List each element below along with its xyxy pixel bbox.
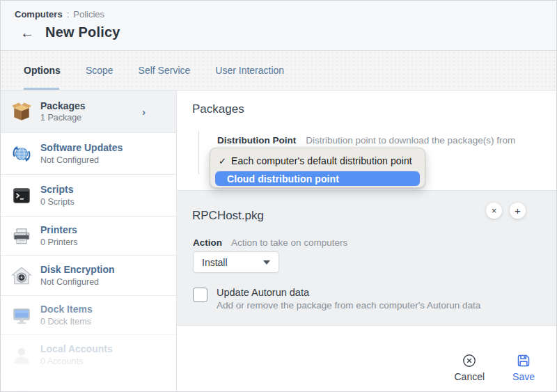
sidebar-item-local-accounts[interactable]: Local Accounts0 Accounts	[1, 335, 176, 375]
sidebar-item-label: Printers	[40, 224, 78, 235]
breadcrumb-separator: :	[67, 9, 70, 19]
sidebar-item-sublabel: Not Configured	[40, 277, 115, 287]
page-title: New Policy	[45, 24, 120, 40]
chevron-right-icon: ›	[142, 106, 146, 118]
sidebar-item-sublabel: 0 Dock Items	[40, 317, 93, 327]
sidebar-item-label: Dock Items	[40, 304, 93, 315]
package-box-icon	[11, 101, 32, 122]
action-select-value: Install	[202, 257, 228, 268]
distribution-point-dropdown-menu: ✓ Each computer's default distribution p…	[210, 148, 425, 188]
active-tab-underline	[24, 88, 59, 90]
distribution-point-label: Distribution Point	[217, 135, 296, 146]
sidebar-item-sublabel: Not Configured	[40, 155, 123, 165]
package-name: RPCHost.pkg	[192, 209, 264, 223]
chevron-down-icon	[263, 260, 270, 265]
sidebar-item-scripts[interactable]: Scripts0 Scripts	[1, 175, 176, 217]
user-icon	[11, 345, 32, 366]
footer-actions: Cancel Save	[454, 354, 535, 382]
sidebar-item-sublabel: 1 Package	[40, 113, 86, 123]
action-label: Action	[193, 237, 222, 248]
sidebar-item-label: Local Accounts	[40, 343, 113, 354]
cancel-circle-icon	[462, 354, 476, 368]
action-description: Action to take on computers	[231, 237, 347, 248]
action-select[interactable]: Install	[193, 251, 279, 273]
sidebar-item-sublabel: 0 Scripts	[40, 197, 74, 207]
distribution-point-description: Distribution point to download the packa…	[306, 135, 515, 146]
dropdown-option-cloud-distribution[interactable]: Cloud distribution point	[215, 171, 420, 186]
breadcrumb: Computers:Policies	[15, 9, 104, 19]
add-package-button[interactable]: +	[510, 203, 526, 219]
page-header: Computers:Policies ← New Policy	[1, 1, 556, 51]
section-title: Packages	[192, 102, 244, 116]
sidebar-item-packages[interactable]: Packages1 Package ›	[1, 91, 176, 133]
tab-self-service[interactable]: Self Service	[139, 65, 191, 76]
checkmark-icon: ✓	[219, 156, 231, 166]
software-updates-globe-icon	[11, 143, 32, 164]
new-policy-window: Computers:Policies ← New Policy Options …	[0, 0, 557, 392]
sidebar-item-label: Software Updates	[40, 142, 123, 153]
tab-options[interactable]: Options	[24, 65, 61, 76]
sidebar-item-label: Scripts	[40, 184, 74, 195]
tab-user-interaction[interactable]: User Interaction	[215, 65, 284, 76]
sidebar-item-disk-encryption[interactable]: Disk EncryptionNot Configured	[1, 256, 176, 296]
sidebar-item-software-updates[interactable]: Software UpdatesNot Configured	[1, 133, 176, 175]
sidebar-item-printers[interactable]: Printers0 Printers	[1, 217, 176, 256]
filevault-house-icon	[11, 265, 32, 286]
sidebar-item-label: Management Accounts	[40, 390, 147, 391]
back-arrow-icon[interactable]: ←	[20, 26, 34, 40]
breadcrumb-computers[interactable]: Computers	[15, 9, 63, 19]
tab-scope[interactable]: Scope	[86, 65, 113, 76]
package-detail-section: RPCHost.pkg × + Action Action to take on…	[177, 190, 556, 326]
printer-icon	[11, 226, 32, 246]
sidebar-item-label: Packages	[40, 100, 86, 111]
sidebar-item-label: Disk Encryption	[40, 264, 115, 275]
breadcrumb-policies[interactable]: Policies	[73, 9, 104, 19]
remove-package-button[interactable]: ×	[486, 203, 502, 219]
user-icon	[11, 385, 32, 391]
terminal-icon	[11, 185, 32, 206]
sidebar-item-sublabel: 0 Accounts	[40, 356, 113, 366]
save-button[interactable]: Save	[512, 354, 535, 382]
sidebar-item-management-accounts[interactable]: Management Accounts	[1, 375, 176, 391]
update-autorun-checkbox[interactable]	[193, 288, 207, 302]
sidebar-item-dock-items[interactable]: Dock Items0 Dock Items	[1, 296, 176, 335]
cancel-button[interactable]: Cancel	[454, 354, 485, 382]
main-content: Packages Distribution Point Distribution…	[177, 91, 556, 391]
options-sidebar: Packages1 Package › Software UpdatesNot …	[1, 91, 177, 391]
update-autorun-description: Add or remove the package from each comp…	[217, 300, 480, 311]
save-floppy-icon	[517, 354, 531, 368]
update-autorun-label: Update Autorun data	[217, 287, 480, 298]
tab-bar: Options Scope Self Service User Interact…	[1, 51, 556, 91]
dropdown-option-default-distribution[interactable]: ✓ Each computer's default distribution p…	[210, 152, 425, 170]
sidebar-item-sublabel: 0 Printers	[40, 237, 78, 247]
field-group-rule	[198, 131, 199, 174]
monitor-icon	[11, 305, 32, 326]
